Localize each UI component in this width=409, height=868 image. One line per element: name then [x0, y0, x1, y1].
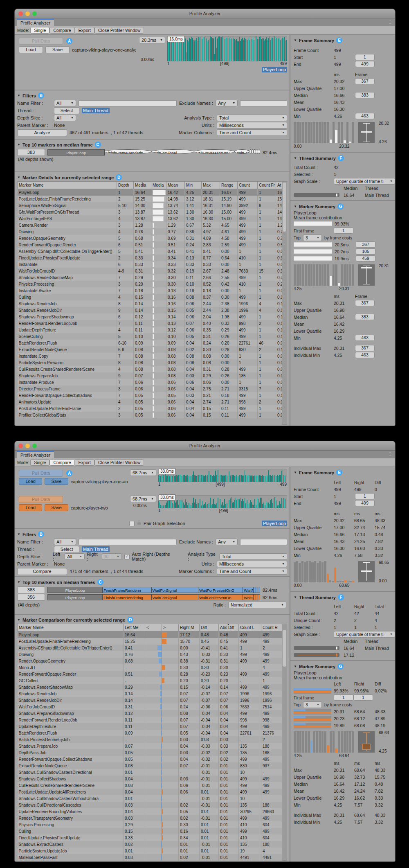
frame-jump-button[interactable]: 383: [355, 92, 375, 98]
top10-segment[interactable]: PlayerLoop: [47, 594, 103, 600]
units-dropdown[interactable]: Milliseconds▼: [217, 561, 287, 567]
thread-range-slider[interactable]: [294, 653, 339, 657]
graph-scale-dropdown[interactable]: 68.7ms▼: [130, 469, 156, 476]
table-row[interactable]: Culling40.150.160.080.370.3049910.14: [18, 294, 282, 300]
table-row[interactable]: FixedUpdate.PhysicsFixedUpdate0.330.340.…: [18, 834, 282, 841]
frame-jump-button[interactable]: 1: [355, 54, 375, 60]
table-row[interactable]: Shadows.RenderShadowMap0.290.15-0.140.14…: [18, 684, 282, 690]
table-row[interactable]: CullResults.CreateSharedRendererScene0.0…: [18, 782, 282, 789]
table-row[interactable]: Gfx.WaitForPresentOnGfxThread313.8713.62…: [18, 209, 282, 215]
frame-jump-button[interactable]: 367: [356, 241, 375, 248]
tab-profile-analyzer[interactable]: Profile Analyzer: [17, 19, 54, 26]
analyze-button[interactable]: Compare: [17, 568, 67, 575]
top10-frame-button[interactable]: 383: [17, 586, 45, 593]
column-header-right-m[interactable]: Right M: [179, 624, 200, 631]
table-row[interactable]: RenderForwardOpaque.CollectShadows0.050.…: [18, 756, 282, 762]
save-button[interactable]: Save: [45, 46, 70, 53]
table-scrollbar[interactable]: [282, 624, 287, 861]
top10-frame-button[interactable]: 356: [17, 594, 45, 601]
table-row[interactable]: Profiler.CollectGlobalStats30.050.060.04…: [18, 412, 282, 418]
table-row[interactable]: Physics.Processing0.290.300.010.01410604…: [18, 821, 282, 828]
collapse-triangle-icon[interactable]: ▼: [17, 94, 20, 97]
exclude-names-input[interactable]: [240, 100, 287, 106]
top10-segment[interactable]: WaitForSignal: [152, 149, 194, 154]
name-filter-input[interactable]: [79, 539, 177, 545]
top10-segment[interactable]: [258, 149, 260, 154]
pull-data-button[interactable]: Pull Data: [19, 38, 63, 45]
pull-data-button[interactable]: Pull Data: [19, 470, 63, 477]
top10-segment[interactable]: FinishFrameRenderin: [105, 149, 151, 154]
selected-marker-chip[interactable]: PlayerLoop: [262, 521, 287, 526]
table-row[interactable]: UpdateDepthTexture0.110.07-0.040.0449949…: [18, 723, 282, 730]
table-row[interactable]: Camera.Render31.281.290.675.324.6549911.…: [18, 222, 282, 228]
table-row[interactable]: Shadows.PrepareJob90.070.080.030.290.261…: [18, 372, 282, 379]
table-row[interactable]: Material.SetPassFast0.030.02-0.010.01449…: [18, 854, 282, 861]
table-row[interactable]: Shadows.CullShadowCastersDirectional0.01…: [18, 769, 282, 776]
table-row[interactable]: Shadows.PrepareShadowmap0.120.08-0.040.0…: [18, 710, 282, 717]
table-scrollbar[interactable]: [282, 181, 287, 425]
thread-range-slider[interactable]: [294, 646, 339, 650]
table-row[interactable]: Shadows.RenderJob80.140.160.062.442.3819…: [18, 300, 282, 307]
table-row[interactable]: Shadows.RenderShadowMap70.290.300.112.66…: [18, 274, 282, 281]
table-row[interactable]: PostLateUpdate.FinishFrameRendering15.25…: [18, 638, 282, 645]
column-header-depth[interactable]: Depth: [117, 182, 134, 189]
thread-range-slider[interactable]: [294, 193, 339, 197]
frame-jump-button[interactable]: 499: [355, 61, 375, 67]
table-row[interactable]: WaitForJobGroupID4-90.310.320.192.672.48…: [18, 268, 282, 274]
frame-time-graph[interactable]: [158, 495, 287, 508]
top10-segment[interactable]: PlayerLoop: [47, 587, 103, 593]
top10-segment[interactable]: WaitForPresentOn: [198, 594, 243, 600]
table-row[interactable]: Mono.JIT-0.300.300.30-44: [18, 664, 282, 671]
top10-segment[interactable]: PlayerLoop: [47, 149, 105, 156]
table-row[interactable]: PostLateUpdate.UpdateAllRenderers0.040.0…: [18, 789, 282, 795]
column-header-min[interactable]: Min: [185, 182, 202, 189]
frame-time-graph[interactable]: [167, 36, 287, 61]
table-row[interactable]: WaitForTargetFPS413.8713.621.3016.3015.0…: [18, 215, 282, 222]
frame-jump-button[interactable]: 105: [356, 248, 375, 255]
table-row[interactable]: Instantiate.Copy70.080.080.080.080.00110…: [18, 353, 282, 359]
table-row[interactable]: Semaphore.WaitForSignal5-1014.0013.741.4…: [18, 202, 282, 209]
selected-marker-chip[interactable]: PlayerLoop: [262, 67, 287, 72]
collapse-triangle-icon[interactable]: ▼: [294, 595, 297, 599]
top10-segment[interactable]: WaitForSignal: [152, 587, 198, 593]
top10-segment[interactable]: [258, 594, 260, 600]
top10-segment[interactable]: FinishFrameRendering: [103, 594, 152, 600]
frame-time-graph[interactable]: [158, 469, 287, 482]
collapse-triangle-icon[interactable]: ▼: [294, 156, 297, 160]
depth-left-dropdown[interactable]: All▼: [65, 553, 85, 560]
load-button[interactable]: Load: [19, 504, 42, 511]
table-row[interactable]: Director.ProcessFrame30.060.060.042.752.…: [18, 386, 282, 392]
units-dropdown[interactable]: Milliseconds▼: [217, 122, 287, 129]
column-header-mean[interactable]: Mean: [166, 182, 185, 189]
table-row[interactable]: CullResults.CreateSharedRendererScene40.…: [18, 366, 282, 372]
table-row[interactable]: RenderForwardOpaque.CollectShadows70.050…: [18, 392, 282, 399]
first-frame-button[interactable]: 1: [334, 694, 353, 701]
frame-jump-button[interactable]: 459: [356, 255, 375, 262]
table-row[interactable]: PlayerLoop16.6417.120.480.484994990: [18, 631, 282, 638]
column-header-media[interactable]: Media: [134, 182, 151, 189]
collapse-triangle-icon[interactable]: ▼: [294, 38, 297, 42]
exclude-mode-dropdown[interactable]: Any▼: [216, 539, 238, 545]
table-row[interactable]: Culling0.150.160.010.014994990: [18, 828, 282, 834]
table-row[interactable]: Shadows.PrepareShadowmap60.120.140.062.0…: [18, 313, 282, 320]
table-row[interactable]: Assembly-CSharp.dll!::Collectable.OnTrig…: [18, 248, 282, 255]
collapse-triangle-icon[interactable]: ▼: [17, 176, 20, 179]
table-row[interactable]: ExtractRenderNodeQueue0.080.07-0.010.018…: [18, 762, 282, 769]
mode-button-close-profiler-window[interactable]: Close Profiler Window: [94, 27, 144, 34]
depth-slice-dropdown[interactable]: All▼: [54, 115, 76, 121]
table-row[interactable]: UpdateDepthTexture40.110.120.060.350.294…: [18, 327, 282, 333]
mode-button-single[interactable]: Single: [30, 27, 49, 34]
frame-jump-button[interactable]: 1: [355, 493, 375, 499]
frame-jump-button[interactable]: 463: [355, 335, 375, 341]
table-row[interactable]: Shadows.CullShadowCastersWithoutUmbra0.0…: [18, 795, 282, 802]
mode-button-single[interactable]: Single: [30, 459, 49, 466]
column-header-count-r[interactable]: Count R: [261, 624, 282, 631]
table-row[interactable]: Shadows.CollectShadows0.040.03-0.010.014…: [18, 776, 282, 782]
top10-segment[interactable]: FinishFrameRenderin: [103, 587, 152, 593]
exclude-mode-dropdown[interactable]: Any▼: [216, 100, 238, 106]
collapse-triangle-icon[interactable]: ▼: [17, 532, 20, 536]
column-header-abs-diff[interactable]: Abs Diff: [219, 624, 239, 631]
first-frame-button[interactable]: 1: [334, 228, 353, 234]
top-n-dropdown[interactable]: 3▼: [303, 701, 322, 708]
graph-scale-dropdown[interactable]: 68.7ms▼: [130, 496, 156, 502]
